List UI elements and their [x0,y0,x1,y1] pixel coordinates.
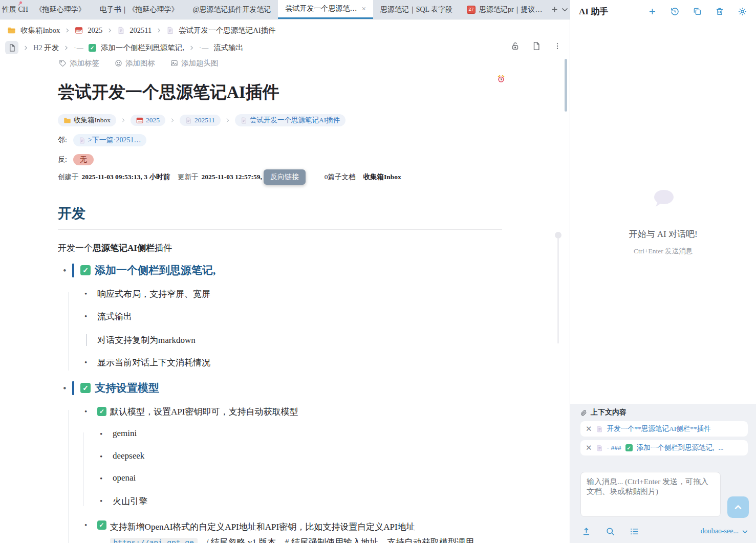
list-icon[interactable] [629,526,640,537]
paperclip-icon [580,409,587,416]
copy-button[interactable] [692,6,702,16]
svg-text:2025: 2025 [76,30,82,33]
add-tag-button[interactable]: 添加标签 [59,58,99,68]
breadcrumb-item-notebook[interactable]: 收集箱Inbox [20,26,60,35]
block-crumb-heading[interactable]: H2 开发 [33,43,59,53]
tab-sql-fields[interactable]: 思源笔记｜SQL 表字段 [373,0,460,19]
context-item[interactable]: ✕ - ### ✓ 添加一个侧栏到思源笔记, ... [580,440,748,455]
intro-paragraph[interactable]: 开发一个思源笔记AI侧栏插件 [58,242,502,254]
context-header: 上下文内容 [580,408,627,417]
list-item[interactable]: •流式输出 [74,311,502,322]
remove-context-icon[interactable]: ✕ [586,424,592,433]
tab-plugin-dev-notes[interactable]: @思源笔记插件开发笔记 [186,0,278,19]
tab-active-ai-plugin[interactable]: 尝试开发一个思源笔… × [278,0,373,19]
tab-procrastination-book[interactable]: 《拖延心理学》 [28,0,93,19]
context-item[interactable]: ✕ 开发一个**思源笔记AI侧栏**插件 [580,421,748,437]
search-icon[interactable] [604,526,616,537]
subdoc-count[interactable]: 0篇子文档 [325,172,356,182]
sub-paragraph[interactable]: 对话支持复制为markdown [86,334,502,346]
add-banner-button[interactable]: 添加题头图 [170,58,219,68]
context-item-text: 添加一个侧栏到思源笔记, [637,443,715,452]
context-item-prefix: - ### [607,444,621,452]
checkbox-checked-icon[interactable]: ✓ [80,265,91,275]
bullet-icon: • [84,357,91,368]
text-run: 支持新增OpenAI格式的自定义API地址和API密钥，比如支持设置自定义API… [110,522,415,532]
tab-ebook-procrastination[interactable]: 电子书｜《拖延心理学》 [93,0,186,19]
list-item[interactable]: •显示当前对话上下文消耗情况 [74,357,502,368]
remove-context-icon[interactable]: ✕ [586,443,592,452]
tab-list-button[interactable] [559,0,570,19]
neighbor-doc-chip[interactable]: >下一篇·20251… [73,134,147,146]
list-item[interactable]: •openai [90,473,502,485]
task-heading[interactable]: 支持设置模型 [95,381,159,395]
scroll-indicator[interactable] [555,232,561,343]
backlink-none-pill[interactable]: 无 [73,154,94,165]
path-chip-doc[interactable]: 尝试开发一个思源笔记AI插件 [235,114,345,126]
breadcrumb-item-2025[interactable]: 2025 [88,26,102,35]
new-tab-button[interactable] [549,0,559,19]
path-chip-2025[interactable]: 2025 2025 [131,115,165,126]
upload-icon[interactable] [580,526,592,537]
settings-gear-icon[interactable] [737,6,747,16]
editor-scrollbar[interactable] [565,59,567,112]
ai-input-section: 上下文内容 ✕ 开发一个**思源笔记AI侧栏**插件 ✕ - ### ✓ 添加一… [570,404,756,543]
doc-root-icon[interactable] [5,41,18,54]
model-selector[interactable]: doubao-see... [701,527,749,535]
notebook-name[interactable]: 收集箱Inbox [363,172,401,182]
tab-siyuan-pr[interactable]: 27 思源笔记pr｜提议… [460,0,549,19]
clear-chat-button[interactable] [715,6,725,16]
list-item[interactable]: • ✓ 添加一个侧栏到思源笔记, [58,263,502,277]
message-input[interactable] [580,472,721,517]
ai-panel-title: AI 助手 [579,6,608,17]
created-value: 2025-11-03 09:53:13, 3 小时前 [82,172,170,182]
list-item[interactable]: •响应式布局，支持窄屏、宽屏 [74,288,502,300]
calendar-icon: 2025 [136,117,143,124]
path-chip-notebook[interactable]: 收集箱Inbox [58,114,116,126]
add-icon-button[interactable]: 添加图标 [115,58,155,68]
document-icon [241,117,247,124]
breadcrumb-item-doc-title[interactable]: 尝试开发一个思源笔记AI插件 [179,26,275,35]
chip-label: 尝试开发一个思源笔记AI插件 [250,116,340,125]
section-heading[interactable]: 开发 [58,204,502,223]
neighbor-label: 邻: [58,136,67,145]
tab-label: 思源笔记pr｜提议… [479,5,542,14]
bullet-icon: • [100,495,106,507]
document-icon [166,27,174,34]
more-options-icon[interactable] [552,41,563,51]
created-label: 创建于 [58,172,79,182]
tag-icon [59,59,67,67]
path-chip-202511[interactable]: 202511 [180,115,221,126]
file-icon[interactable] [531,41,542,51]
list-item[interactable]: •火山引擎 [90,495,502,507]
checkbox-checked-icon: ✓ [625,444,633,451]
document: 尝试开发一个思源笔记AI插件 收集箱Inbox 2025 2025 202511 [0,73,565,543]
doc-title[interactable]: 尝试开发一个思源笔记AI插件 [58,81,502,104]
list-item[interactable]: • ✓ 支持新增OpenAI格式的自定义API地址和API密钥，比如支持设置自定… [74,519,502,543]
tab-label: 尝试开发一个思源笔… [285,4,357,13]
new-chat-button[interactable] [647,6,657,16]
list-item[interactable]: • ✓ 默认模型，设置API密钥即可，支持自动获取模型 [74,406,502,418]
block-crumb-item1[interactable]: 添加一个侧栏到思源笔记, [101,43,184,53]
checkbox-checked-icon[interactable]: ✓ [97,520,106,530]
scroll-indicator-knob[interactable] [555,232,561,238]
breadcrumb-item-202511[interactable]: 202511 [129,26,152,35]
chat-bubble-icon [650,187,677,210]
scroll-to-top-button[interactable] [727,496,749,518]
chevron-right-icon [63,45,69,51]
tab-pinned[interactable]: 性展 CHAN [0,0,28,19]
unlock-icon[interactable] [510,41,521,51]
list-item[interactable]: •gemini [90,428,502,440]
block-crumb-item2[interactable]: 流式输出 [213,43,243,53]
list-item[interactable]: • ✓ 支持设置模型 [58,381,502,395]
list-item[interactable]: •deepseek [90,451,502,463]
checkbox-checked-icon[interactable]: ✓ [80,383,91,393]
intro-pre: 开发一个 [58,243,93,253]
tab-close-icon[interactable]: × [361,5,365,13]
inline-code[interactable]: https://api.gpt.ge [110,538,198,543]
model-name: 火山引擎 [113,495,147,507]
checkbox-checked-icon[interactable]: ✓ [97,407,106,416]
task-heading[interactable]: 添加一个侧栏到思源笔记, [95,263,215,277]
chip-label: 2025 [146,116,160,124]
history-button[interactable] [669,6,680,16]
folder-icon [63,117,71,124]
